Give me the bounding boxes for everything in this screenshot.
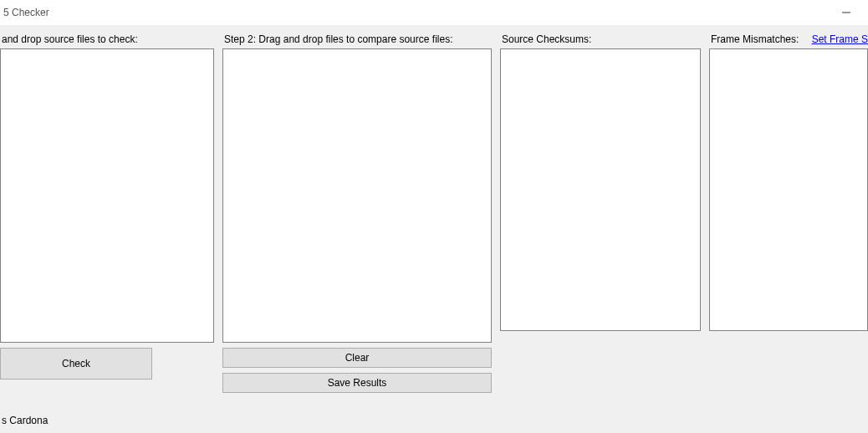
set-frame-link[interactable]: Set Frame S <box>812 33 868 45</box>
window-controls <box>827 1 865 24</box>
mismatches-label-row: Frame Mismatches: Set Frame S <box>709 33 868 48</box>
titlebar: 5 Checker <box>0 0 868 25</box>
clear-button[interactable]: Clear <box>222 348 492 368</box>
column-step1: and drop source files to check: Check <box>0 33 214 393</box>
column-mismatches: Frame Mismatches: Set Frame S <box>709 33 868 393</box>
step1-label: and drop source files to check: <box>0 33 214 48</box>
column-checksums: Source Checksums: <box>500 33 701 393</box>
columns: and drop source files to check: Check St… <box>0 25 868 393</box>
client-area: and drop source files to check: Check St… <box>0 25 868 433</box>
save-results-button[interactable]: Save Results <box>222 373 492 393</box>
frame-mismatches-label: Frame Mismatches: <box>711 33 799 45</box>
minimize-button[interactable] <box>827 1 865 24</box>
source-checksums-label: Source Checksums: <box>500 33 701 48</box>
source-files-listbox[interactable] <box>0 48 214 343</box>
window-title: 5 Checker <box>3 7 49 18</box>
source-checksums-listbox[interactable] <box>500 48 701 331</box>
step2-label: Step 2: Drag and drop files to compare s… <box>222 33 492 48</box>
compare-files-listbox[interactable] <box>222 48 492 343</box>
footer-credit: s Cardona <box>0 415 48 426</box>
check-button[interactable]: Check <box>0 348 152 380</box>
minimize-icon <box>842 8 850 17</box>
frame-mismatches-listbox[interactable] <box>709 48 868 331</box>
column-step2: Step 2: Drag and drop files to compare s… <box>222 33 492 393</box>
